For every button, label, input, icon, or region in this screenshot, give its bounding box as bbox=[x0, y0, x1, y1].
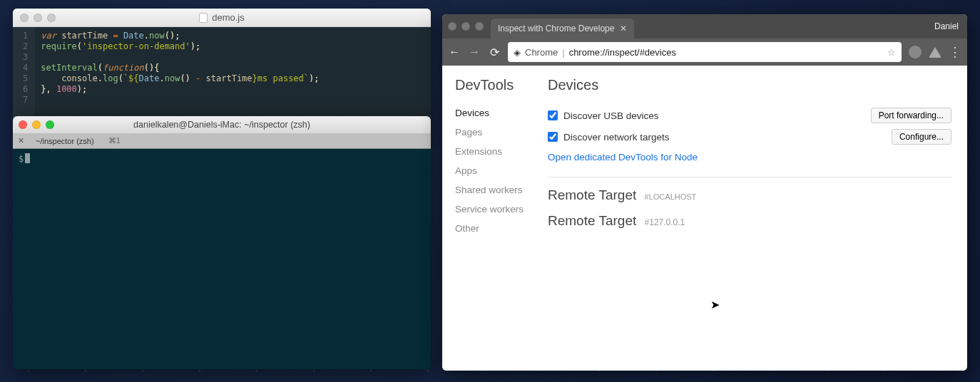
tab-title: Inspect with Chrome Develope bbox=[498, 24, 614, 33]
prompt: $ bbox=[19, 154, 24, 164]
chrome-content: DevTools Devices Pages Extensions Apps S… bbox=[442, 66, 967, 371]
discover-network-checkbox[interactable] bbox=[548, 132, 558, 142]
line-number: 6 bbox=[23, 84, 28, 95]
discover-usb-row: Discover USB devices Port forwarding... bbox=[548, 105, 951, 126]
terminal-title: danielkalen@Daniels-iMac: ~/inspector (z… bbox=[13, 120, 431, 130]
zoom-icon[interactable] bbox=[47, 14, 56, 22]
line-number: 4 bbox=[23, 63, 28, 73]
line-number: 7 bbox=[23, 95, 28, 105]
forward-icon[interactable]: → bbox=[468, 46, 481, 58]
editor-titlebar[interactable]: demo.js bbox=[13, 9, 431, 27]
editor-body[interactable]: 1 2 3 4 5 6 7 var startTime = Date.now()… bbox=[13, 27, 431, 119]
sidebar-item-apps[interactable]: Apps bbox=[455, 161, 538, 180]
sidebar-item-shared-workers[interactable]: Shared workers bbox=[455, 180, 538, 200]
sidebar-item-other[interactable]: Other bbox=[455, 219, 538, 238]
browser-tab[interactable]: Inspect with Chrome Develope ✕ bbox=[491, 19, 634, 38]
terminal-traffic-lights bbox=[19, 120, 54, 129]
site-identity-icon: ◈ bbox=[514, 47, 521, 58]
chrome-window: Inspect with Chrome Develope ✕ Daniel ← … bbox=[442, 14, 967, 371]
sidebar-item-extensions[interactable]: Extensions bbox=[455, 142, 538, 161]
editor-window: demo.js 1 2 3 4 5 6 7 var startTime = Da… bbox=[13, 9, 431, 119]
reload-icon[interactable]: ⟳ bbox=[488, 46, 501, 59]
chrome-toolbar: ← → ⟳ ◈ Chrome | chrome://inspect/#devic… bbox=[442, 38, 967, 66]
extension-icon[interactable] bbox=[909, 46, 922, 58]
terminal-body[interactable]: $ bbox=[13, 149, 431, 168]
terminal-title-text: danielkalen@Daniels-iMac: ~/inspector (z… bbox=[133, 120, 310, 130]
close-icon[interactable] bbox=[20, 14, 29, 22]
line-number: 1 bbox=[23, 31, 28, 41]
open-node-devtools-link[interactable]: Open dedicated DevTools for Node bbox=[548, 148, 951, 172]
terminal-tab-shortcut: ⌘1 bbox=[108, 136, 121, 145]
devtools-sidebar: DevTools Devices Pages Extensions Apps S… bbox=[442, 66, 538, 371]
terminal-tab[interactable]: ~/inspector (zsh) bbox=[29, 137, 101, 145]
file-icon bbox=[199, 13, 208, 23]
omnibox-origin: Chrome bbox=[525, 47, 558, 58]
terminal-window: danielkalen@Daniels-iMac: ~/inspector (z… bbox=[13, 116, 431, 369]
chrome-traffic-lights bbox=[448, 22, 484, 31]
editor-traffic-lights bbox=[20, 14, 56, 22]
remote-target-host: #127.0.0.1 bbox=[645, 217, 685, 227]
devtools-main: Devices Discover USB devices Port forwar… bbox=[538, 66, 967, 371]
zoom-icon[interactable] bbox=[475, 22, 484, 31]
mouse-cursor-icon: ➤ bbox=[710, 298, 720, 311]
configure-button[interactable]: Configure... bbox=[892, 129, 951, 145]
omnibox[interactable]: ◈ Chrome | chrome://inspect/#devices ☆ bbox=[508, 42, 902, 62]
discover-network-row: Discover network targets Configure... bbox=[548, 126, 951, 148]
remote-target-label: Remote Target bbox=[548, 213, 636, 228]
remote-target-label: Remote Target bbox=[548, 187, 636, 202]
editor-title: demo.js bbox=[13, 12, 431, 23]
discover-usb-checkbox[interactable] bbox=[548, 110, 558, 120]
omnibox-separator: | bbox=[562, 47, 564, 58]
tab-close-icon[interactable]: ✕ bbox=[620, 24, 627, 33]
discover-usb-label: Discover USB devices bbox=[563, 110, 659, 121]
terminal-titlebar[interactable]: danielkalen@Daniels-iMac: ~/inspector (z… bbox=[13, 116, 431, 133]
sidebar-item-pages[interactable]: Pages bbox=[455, 123, 538, 142]
profile-badge[interactable]: Daniel bbox=[934, 14, 959, 38]
remote-target-127: Remote Target #127.0.0.1 bbox=[548, 213, 951, 229]
remote-target-localhost: Remote Target #localhost bbox=[548, 187, 951, 203]
profile-name: Daniel bbox=[934, 21, 959, 31]
devtools-title: DevTools bbox=[455, 77, 538, 93]
line-number: 2 bbox=[23, 41, 28, 52]
sidebar-item-service-workers[interactable]: Service workers bbox=[455, 200, 538, 219]
port-forwarding-button[interactable]: Port forwarding... bbox=[871, 108, 951, 123]
close-icon[interactable] bbox=[448, 22, 456, 31]
sidebar-item-devices[interactable]: Devices bbox=[455, 103, 538, 123]
zoom-icon[interactable] bbox=[46, 120, 54, 129]
line-gutter: 1 2 3 4 5 6 7 bbox=[13, 27, 35, 119]
minimize-icon[interactable] bbox=[461, 22, 470, 31]
devices-heading: Devices bbox=[548, 77, 951, 93]
line-number: 5 bbox=[23, 73, 28, 84]
line-number: 3 bbox=[23, 52, 28, 63]
tab-close-button[interactable]: ✕ bbox=[13, 136, 29, 145]
divider bbox=[548, 177, 951, 177]
terminal-tabbar: ✕ ~/inspector (zsh) ⌘1 bbox=[13, 133, 431, 149]
omnibox-url: chrome://inspect/#devices bbox=[569, 47, 676, 58]
chrome-tabstrip: Inspect with Chrome Develope ✕ Daniel bbox=[442, 14, 967, 38]
extension-drive-icon[interactable] bbox=[929, 47, 941, 58]
discover-network-label: Discover network targets bbox=[563, 132, 670, 143]
minimize-icon[interactable] bbox=[34, 14, 42, 22]
remote-target-host: #localhost bbox=[645, 192, 697, 201]
close-icon[interactable] bbox=[19, 120, 27, 129]
back-icon[interactable]: ← bbox=[448, 46, 461, 58]
cursor-icon bbox=[25, 153, 30, 163]
code-area[interactable]: var startTime = Date.now(); require('ins… bbox=[35, 27, 431, 119]
minimize-icon[interactable] bbox=[32, 120, 41, 129]
editor-filename: demo.js bbox=[212, 12, 245, 23]
bookmark-star-icon[interactable]: ☆ bbox=[887, 47, 896, 58]
